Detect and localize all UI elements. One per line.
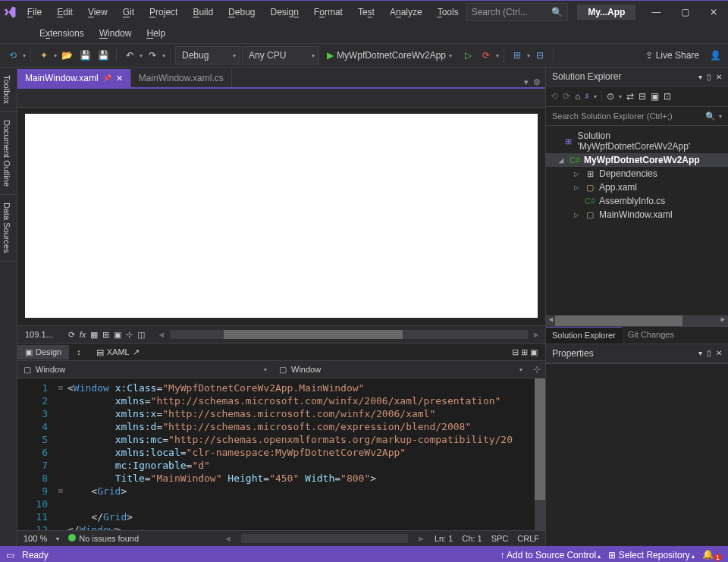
menu-debug[interactable]: Debug [221, 2, 262, 22]
tab-git-changes[interactable]: Git Changes [622, 327, 680, 344]
code-editor[interactable]: 123456789101112 ⊟⊟ <Window x:Class="MyWp… [17, 378, 545, 530]
redo-icon[interactable]: ↷ [144, 47, 161, 64]
solution-explorer-header[interactable]: Solution Explorer ▾ ▯ ✕ [546, 68, 728, 86]
menu-view[interactable]: View [80, 2, 115, 22]
fold-gutter[interactable]: ⊟⊟ [54, 378, 67, 530]
app-xaml-node[interactable]: ▷▢ App.xaml [546, 181, 728, 194]
vs-logo[interactable] [0, 1, 20, 24]
tab-solution-explorer[interactable]: Solution Explorer [546, 327, 622, 344]
project-node[interactable]: ◢C# MyWpfDotnetCoreWv2App [546, 153, 728, 167]
undo-icon[interactable]: ↶ [121, 47, 138, 64]
menu-extensions[interactable]: Extensions [32, 24, 92, 43]
back-nav-icon[interactable]: ⟲ [5, 47, 21, 64]
menu-project[interactable]: Project [142, 2, 185, 22]
home-icon[interactable]: ⌂ [575, 91, 580, 102]
menu-test[interactable]: Test [350, 2, 382, 22]
solution-node[interactable]: ⊞ Solution 'MyWpfDotnetCoreWv2App' [546, 129, 728, 153]
breadcrumb-right[interactable]: ▢ Window [273, 365, 519, 375]
solution-hscroll[interactable]: ◄ ► [546, 315, 728, 326]
pin-icon[interactable]: ▯ [707, 349, 711, 357]
solution-search[interactable]: Search Solution Explorer (Ctrl+;) 🔍 ▾ [546, 107, 728, 126]
menu-edit[interactable]: Edit [49, 2, 80, 22]
snap-icon[interactable]: ⊞ [102, 330, 109, 340]
dropdown-icon[interactable]: ▾ [698, 349, 702, 357]
refresh-icon[interactable]: ⇄ [626, 91, 634, 102]
fwd-icon[interactable]: ⟳ [563, 91, 570, 102]
swap-panes-icon[interactable]: ↕ [69, 345, 89, 359]
tab-gear-icon[interactable]: ⚙ [533, 77, 541, 87]
zoom-level[interactable]: 109.1... [17, 328, 61, 341]
collapse-icon[interactable]: ▣ [530, 347, 538, 357]
dependencies-node[interactable]: ▷⊞ Dependencies [546, 167, 728, 181]
refresh-icon[interactable]: ⟳ [68, 330, 75, 340]
back-icon[interactable]: ⟲ [551, 91, 558, 102]
tab-mainwindow-xaml[interactable]: MainWindow.xaml 📌 ✕ [17, 69, 131, 87]
maximize-button[interactable]: ▢ [670, 1, 699, 24]
issues-text[interactable]: No issues found [79, 534, 139, 543]
props-icon[interactable]: ⊡ [664, 91, 671, 102]
account-icon[interactable]: 👤 [707, 47, 723, 64]
config-dropdown[interactable]: Debug [175, 46, 240, 64]
assemblyinfo-node[interactable]: C# AssemblyInfo.cs [546, 194, 728, 208]
sync-icon[interactable]: ⊙ [607, 91, 614, 102]
grid-icon[interactable]: ▦ [90, 330, 98, 340]
properties-panel[interactable] [546, 363, 728, 547]
menu-design[interactable]: Design [262, 2, 306, 22]
hscroll-thumb[interactable] [224, 330, 403, 339]
output-icon[interactable]: ▭ [6, 550, 14, 560]
save-all-icon[interactable]: 💾 [95, 47, 111, 64]
guide-icon[interactable]: ⊹ [126, 330, 133, 340]
rail-toolbox[interactable]: Toolbox [0, 68, 17, 112]
open-icon[interactable]: 📂 [58, 47, 75, 64]
split-h-icon[interactable]: ⊟ [512, 347, 519, 357]
start-nodebug-icon[interactable]: ▷ [460, 47, 476, 64]
properties-header[interactable]: Properties ▾ ▯ ✕ [546, 344, 728, 363]
design-canvas[interactable] [25, 114, 538, 318]
close-button[interactable]: ✕ [699, 1, 728, 24]
vscroll[interactable] [535, 378, 545, 530]
select-repo[interactable]: ⊞ Select Repository ▴ [608, 550, 695, 560]
close-panel-icon[interactable]: ✕ [716, 349, 722, 357]
tab-dropdown-icon[interactable]: ▾ [524, 77, 529, 87]
dock-icon[interactable]: ◫ [137, 330, 145, 340]
close-tab-icon[interactable]: ✕ [116, 74, 123, 83]
design-tab[interactable]: ▣ Design [17, 345, 69, 359]
menu-tools[interactable]: Tools [430, 2, 466, 22]
rail-doc-outline[interactable]: Document Outline [0, 112, 17, 195]
show-all-icon[interactable]: ▣ [651, 91, 659, 102]
notifications[interactable]: 🔔1 [702, 549, 722, 561]
platform-dropdown[interactable]: Any CPU [242, 46, 319, 64]
split-editor-icon[interactable]: ⊹ [529, 364, 545, 375]
mainwindow-xaml-node[interactable]: ▷▢ MainWindow.xaml [546, 208, 728, 221]
app-name-button[interactable]: My...App [577, 5, 635, 20]
new-icon[interactable]: ✦ [36, 47, 52, 64]
pin-icon[interactable]: 📌 [103, 74, 111, 82]
tab-mainwindow-xaml-cs[interactable]: MainWindow.xaml.cs [131, 69, 232, 87]
start-debug-button[interactable]: ▶ MyWpfDotnetCoreWv2App ▾ [321, 47, 458, 64]
add-source-control[interactable]: ↑ Add to Source Control ▴ [500, 550, 601, 560]
toolbar-icon-2[interactable]: ⊟ [532, 47, 548, 64]
search-box[interactable]: Search (Ctrl... 🔍 [466, 3, 569, 21]
code-content[interactable]: <Window x:Class="MyWpfDotnetCoreWv2App.M… [67, 378, 535, 530]
menu-analyze[interactable]: Analyze [382, 2, 430, 22]
editor-zoom[interactable]: 100 % [24, 534, 47, 543]
rail-data-sources[interactable]: Data Sources [0, 195, 17, 262]
menu-file[interactable]: File [20, 2, 49, 22]
layout-icon[interactable]: ▣ [114, 330, 121, 340]
save-icon[interactable]: 💾 [77, 47, 93, 64]
switch-views-icon[interactable]: ♯ [585, 91, 589, 102]
live-share-button[interactable]: ⇪ Live Share [639, 47, 705, 64]
breadcrumb-left[interactable]: ▢ Window [17, 365, 264, 375]
dropdown-icon[interactable]: ▾ [698, 73, 702, 81]
editor-hscroll[interactable] [241, 534, 408, 543]
pin-icon[interactable]: ▯ [707, 73, 711, 81]
minimize-button[interactable]: — [642, 1, 670, 24]
line-col[interactable]: Ln: 1 [435, 534, 453, 543]
menu-window[interactable]: Window [92, 24, 140, 43]
menu-git[interactable]: Git [115, 2, 142, 22]
hot-reload-icon[interactable]: ⟳ [478, 47, 494, 64]
close-panel-icon[interactable]: ✕ [716, 73, 722, 81]
toolbar-icon-1[interactable]: ⊞ [509, 47, 526, 64]
menu-build[interactable]: Build [185, 2, 221, 22]
fx-icon[interactable]: fx [80, 330, 86, 339]
